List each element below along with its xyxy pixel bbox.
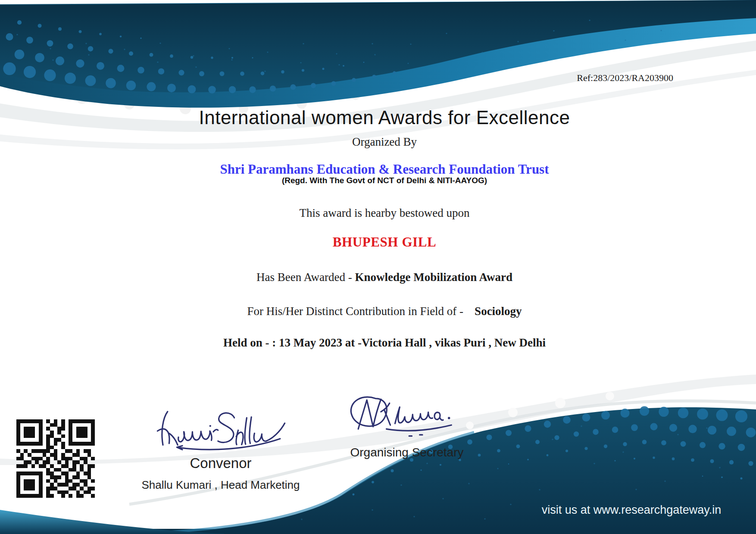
award-line: Has Been Awarded - Knowledge Mobilizatio…: [13, 271, 756, 284]
convenor-detail-label: Shallu Kumari , Head Marketing: [138, 478, 303, 492]
convenor-role-label: Convenor: [160, 455, 281, 472]
award-prefix: Has Been Awarded -: [256, 271, 355, 284]
reference-number: Ref:283/2023/RA203900: [577, 72, 673, 84]
field-prefix: For His/Her Distinct Contribution in Fie…: [247, 305, 463, 318]
convenor-signature: [150, 408, 292, 454]
award-name: Knowledge Mobilization Award: [355, 271, 512, 284]
qr-code-matrix: [16, 419, 95, 498]
secretary-role-label: Organising Secretary: [340, 446, 474, 459]
field-name: Sociology: [475, 305, 522, 318]
recipient-name: BHUPESH GILL: [13, 234, 756, 250]
field-line: For His/Her Distinct Contribution in Fie…: [13, 305, 756, 318]
secretary-signature: [341, 392, 461, 443]
qr-code-icon: [16, 419, 95, 498]
header-wave-graphic: [0, 0, 756, 203]
footer-website-text: visit us at www.researchgateway.in: [539, 503, 724, 517]
event-date-venue: Held on - : 13 May 2023 at -Victoria Hal…: [13, 336, 756, 350]
bestowed-line: This award is hearby bestowed upon: [13, 206, 756, 220]
